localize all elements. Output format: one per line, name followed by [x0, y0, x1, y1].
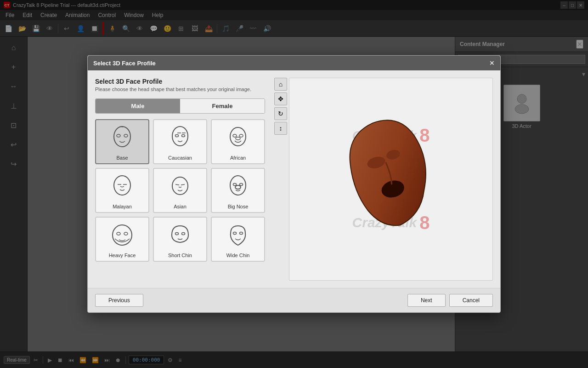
modal-title: Select 3D Face Profile: [93, 60, 156, 67]
select-face-modal: Select 3D Face Profile ✕ Select 3D Face …: [87, 55, 501, 313]
modal-heading: Select 3D Face Profile: [95, 78, 265, 85]
face-label-caucasian: Caucasian: [168, 155, 192, 161]
svg-point-13: [236, 137, 240, 140]
face-item-bignose[interactable]: Big Nose: [211, 168, 265, 213]
face-label-malayan: Malayan: [113, 204, 132, 209]
svg-point-7: [182, 135, 185, 137]
modal-overlay: Select 3D Face Profile ✕ Select 3D Face …: [0, 0, 588, 368]
svg-point-29: [233, 232, 237, 235]
gender-selector: Male Female: [95, 98, 265, 114]
next-button[interactable]: Next: [407, 294, 446, 307]
cancel-button[interactable]: Cancel: [449, 294, 493, 307]
svg-point-6: [175, 135, 179, 137]
face-label-shortchin: Short Chin: [168, 253, 192, 258]
face-item-asian[interactable]: Asian: [153, 168, 207, 213]
svg-point-4: [124, 134, 128, 137]
modal-description: Please choose the head shape that best m…: [95, 86, 265, 93]
modal-header: Select 3D Face Profile ✕: [88, 56, 500, 70]
svg-line-19: [181, 184, 185, 185]
modal-tool-home[interactable]: ⌂: [274, 78, 287, 91]
svg-point-3: [117, 134, 120, 137]
face-preview-area: CrazyTalk 8 CrazyTalk 8: [289, 78, 493, 281]
svg-point-22: [240, 184, 243, 186]
svg-point-21: [233, 184, 237, 186]
modal-tool-rotate[interactable]: ↻: [274, 107, 287, 120]
face-item-heavyface[interactable]: Heavy Face: [95, 217, 149, 262]
face-3d-preview: [345, 115, 437, 231]
svg-point-26: [124, 232, 128, 235]
modal-left-panel: Select 3D Face Profile Please choose the…: [95, 78, 265, 281]
svg-point-10: [230, 127, 246, 146]
face-label-widechin: Wide Chin: [226, 253, 250, 258]
modal-right-panel: ⌂ ✥ ↻ ↕ CrazyTalk 8 Crazy: [272, 78, 493, 281]
svg-point-27: [175, 233, 179, 235]
svg-line-18: [175, 184, 179, 185]
svg-point-23: [235, 185, 241, 189]
face-label-heavyface: Heavy Face: [109, 253, 136, 258]
face-label-bignose: Big Nose: [228, 204, 249, 209]
modal-tool-move[interactable]: ✥: [274, 92, 287, 105]
svg-point-11: [233, 134, 237, 137]
svg-point-28: [182, 233, 185, 235]
svg-point-2: [114, 126, 130, 147]
svg-point-30: [240, 232, 243, 235]
gender-male-button[interactable]: Male: [96, 99, 180, 113]
face-label-base: Base: [116, 155, 128, 161]
face-item-base[interactable]: Base: [95, 119, 149, 164]
modal-body: Select 3D Face Profile Please choose the…: [88, 70, 500, 288]
svg-point-17: [172, 177, 188, 195]
face-item-malayan[interactable]: Malayan: [95, 168, 149, 213]
modal-close-button[interactable]: ✕: [489, 59, 495, 67]
modal-toolbar: ⌂ ✥ ↻ ↕: [274, 78, 287, 135]
svg-point-5: [172, 126, 188, 146]
svg-point-14: [114, 176, 130, 195]
previous-button[interactable]: Previous: [95, 294, 143, 307]
gender-female-button[interactable]: Female: [180, 99, 265, 113]
face-item-african[interactable]: African: [211, 119, 265, 164]
face-profile-grid: Base Caucasian: [95, 119, 265, 262]
svg-point-12: [239, 134, 243, 137]
face-label-asian: Asian: [174, 204, 187, 209]
svg-point-25: [117, 232, 120, 235]
modal-tool-scale[interactable]: ↕: [274, 122, 287, 135]
modal-footer: Previous Next Cancel: [88, 288, 500, 312]
face-label-african: African: [230, 155, 246, 161]
face-item-widechin[interactable]: Wide Chin: [211, 217, 265, 262]
face-item-caucasian[interactable]: Caucasian: [153, 119, 207, 164]
face-item-shortchin[interactable]: Short Chin: [153, 217, 207, 262]
